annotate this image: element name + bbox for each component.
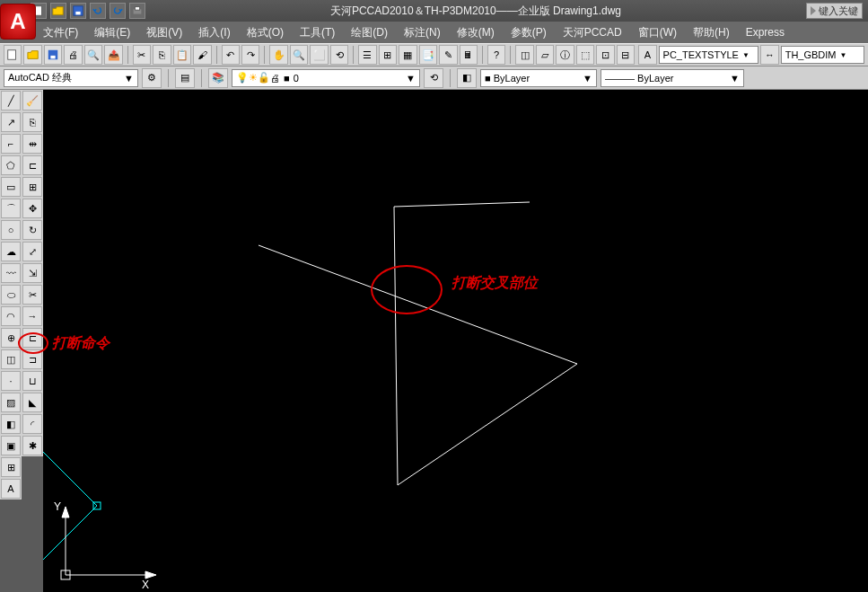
tb-copy-icon[interactable]: ⎘ bbox=[153, 45, 171, 65]
menu-help[interactable]: 帮助(H) bbox=[686, 23, 737, 42]
draw-spline-icon[interactable]: 〰 bbox=[1, 263, 21, 283]
tb-redo-icon[interactable]: ↷ bbox=[241, 45, 259, 65]
qat-open-icon[interactable] bbox=[50, 3, 66, 19]
tb-save-icon[interactable] bbox=[44, 45, 62, 65]
draw-xline-icon[interactable]: ↗ bbox=[1, 112, 21, 132]
textstyle-dropdown[interactable]: PC_TEXTSTYLE▼ bbox=[659, 46, 759, 64]
modify-erase-icon[interactable]: 🧹 bbox=[22, 91, 42, 110]
tb-designcenter-icon[interactable]: ⊞ bbox=[379, 45, 397, 65]
menu-file[interactable]: 文件(F) bbox=[36, 23, 85, 42]
draw-revcloud-icon[interactable]: ☁ bbox=[1, 242, 21, 261]
modify-offset-icon[interactable]: ⊏ bbox=[22, 155, 42, 175]
draw-pline-icon[interactable]: ⌐ bbox=[1, 134, 21, 154]
drawing-canvas[interactable]: Y X 打断交叉部位 打断命令 bbox=[43, 90, 868, 592]
tb-matchprop-icon[interactable]: 🖌 bbox=[193, 45, 211, 65]
workspace-dropdown[interactable]: AutoCAD 经典▼ bbox=[4, 69, 138, 87]
tb-zoomprev-icon[interactable]: ⟲ bbox=[330, 45, 348, 65]
modify-fillet-icon[interactable]: ◜ bbox=[22, 414, 42, 434]
draw-block-icon[interactable]: ◫ bbox=[1, 349, 21, 369]
draw-ellipse-icon[interactable]: ⬭ bbox=[1, 285, 21, 305]
tb-properties-icon[interactable]: ☰ bbox=[358, 45, 376, 65]
qat-print-icon[interactable] bbox=[129, 3, 145, 19]
tb-undo-icon[interactable]: ↶ bbox=[222, 45, 240, 65]
menu-format[interactable]: 格式(O) bbox=[240, 23, 291, 42]
tb-cut-icon[interactable]: ✂ bbox=[133, 45, 151, 65]
svg-line-9 bbox=[394, 207, 398, 485]
svg-rect-5 bbox=[8, 50, 16, 60]
tb-zoomwin-icon[interactable]: ⬜ bbox=[310, 45, 328, 65]
menu-dimension[interactable]: 标注(N) bbox=[397, 23, 448, 42]
keyword-search-button[interactable]: 键入关键 bbox=[806, 3, 863, 19]
qat-redo-icon[interactable] bbox=[110, 3, 126, 19]
menu-view[interactable]: 视图(V) bbox=[139, 23, 189, 42]
modify-chamfer-icon[interactable]: ◣ bbox=[22, 393, 42, 412]
tb-paste-icon[interactable]: 📋 bbox=[173, 45, 191, 65]
qat-save-icon[interactable] bbox=[70, 3, 86, 19]
tb-info-icon[interactable]: ⓘ bbox=[556, 45, 574, 65]
tb-calc-icon[interactable]: 🖩 bbox=[460, 45, 478, 65]
menu-express[interactable]: Express bbox=[739, 24, 792, 40]
modify-array-icon[interactable]: ⊞ bbox=[22, 177, 42, 197]
tb-textstyle-icon[interactable]: A bbox=[638, 45, 656, 65]
modify-explode-icon[interactable]: ✱ bbox=[22, 436, 42, 455]
layer-dropdown[interactable]: 💡☀🔓🖨■ 0 ▼ bbox=[232, 69, 420, 87]
draw-table-icon[interactable]: ⊞ bbox=[1, 457, 21, 477]
draw-hatch-icon[interactable]: ▨ bbox=[1, 393, 21, 412]
tb-pan-icon[interactable]: ✋ bbox=[269, 45, 287, 65]
tb-zoom-icon[interactable]: 🔍 bbox=[290, 45, 308, 65]
modify-copy-icon[interactable]: ⎘ bbox=[22, 112, 42, 132]
qat-undo-icon[interactable] bbox=[90, 3, 106, 19]
draw-point-icon[interactable]: · bbox=[1, 371, 21, 391]
menu-draw[interactable]: 绘图(D) bbox=[344, 23, 395, 42]
draw-gradient-icon[interactable]: ◧ bbox=[1, 414, 21, 434]
tb-markup-icon[interactable]: ✎ bbox=[439, 45, 457, 65]
tb-toolpalette-icon[interactable]: ▦ bbox=[399, 45, 416, 65]
tb-block-icon[interactable]: ◫ bbox=[515, 45, 533, 65]
tb-colorbtn-icon[interactable]: ◧ bbox=[457, 68, 477, 88]
modify-scale-icon[interactable]: ⤢ bbox=[22, 242, 42, 261]
modify-trim-icon[interactable]: ✂ bbox=[22, 285, 42, 305]
tb-publish-icon[interactable]: 📤 bbox=[104, 45, 122, 65]
dimstyle-dropdown[interactable]: TH_GBDIM▼ bbox=[781, 46, 864, 64]
tb-layerstate-icon[interactable]: 📚 bbox=[208, 68, 228, 88]
menu-insert[interactable]: 插入(I) bbox=[191, 23, 237, 42]
tb-layerprev-icon[interactable]: ⟲ bbox=[424, 68, 443, 88]
menu-edit[interactable]: 编辑(E) bbox=[87, 23, 137, 42]
tb-sheetset-icon[interactable]: 📑 bbox=[419, 45, 437, 65]
tb-layermgr-icon[interactable]: ▤ bbox=[175, 68, 195, 88]
modify-rotate-icon[interactable]: ↻ bbox=[22, 220, 42, 240]
svg-rect-7 bbox=[51, 56, 56, 59]
draw-ellipsearc-icon[interactable]: ◠ bbox=[1, 306, 21, 326]
draw-circle-icon[interactable]: ○ bbox=[1, 220, 21, 240]
draw-region-icon[interactable]: ▣ bbox=[1, 436, 21, 455]
tb-print-icon[interactable]: 🖨 bbox=[64, 45, 82, 65]
tb-tool2-icon[interactable]: ⊡ bbox=[596, 45, 614, 65]
tb-new-icon[interactable] bbox=[4, 45, 22, 65]
tb-area-icon[interactable]: ▱ bbox=[536, 45, 554, 65]
menu-pccad[interactable]: 天河PCCAD bbox=[556, 23, 629, 42]
modify-mirror-icon[interactable]: ⇹ bbox=[22, 134, 42, 154]
tb-help-icon[interactable]: ? bbox=[487, 45, 505, 65]
menu-params[interactable]: 参数(P) bbox=[504, 23, 554, 42]
tb-dimstyle-icon[interactable]: ↔ bbox=[760, 45, 778, 65]
draw-arc-icon[interactable]: ⌒ bbox=[1, 199, 21, 218]
draw-rectangle-icon[interactable]: ▭ bbox=[1, 177, 21, 197]
draw-polygon-icon[interactable]: ⬠ bbox=[1, 155, 21, 175]
modify-extend-icon[interactable]: → bbox=[22, 306, 42, 326]
tb-printpreview-icon[interactable]: 🔍 bbox=[84, 45, 102, 65]
tb-open-icon[interactable] bbox=[23, 45, 41, 65]
menu-modify[interactable]: 修改(M) bbox=[450, 23, 502, 42]
draw-line-icon[interactable]: ╱ bbox=[1, 91, 21, 110]
tb-wssettings-icon[interactable]: ⚙ bbox=[142, 68, 162, 88]
modify-stretch-icon[interactable]: ⇲ bbox=[22, 263, 42, 283]
color-dropdown[interactable]: ■ ByLayer▼ bbox=[480, 69, 597, 87]
app-menu-button[interactable]: A bbox=[0, 4, 36, 40]
menu-tools[interactable]: 工具(T) bbox=[293, 23, 342, 42]
modify-move-icon[interactable]: ✥ bbox=[22, 199, 42, 218]
draw-mtext-icon[interactable]: A bbox=[1, 479, 21, 499]
modify-join-icon[interactable]: ⊔ bbox=[22, 371, 42, 391]
linetype-dropdown[interactable]: ——— ByLayer▼ bbox=[601, 69, 744, 87]
menu-window[interactable]: 窗口(W) bbox=[631, 23, 684, 42]
tb-tool1-icon[interactable]: ⬚ bbox=[576, 45, 594, 65]
tb-tool3-icon[interactable]: ⊟ bbox=[617, 45, 635, 65]
